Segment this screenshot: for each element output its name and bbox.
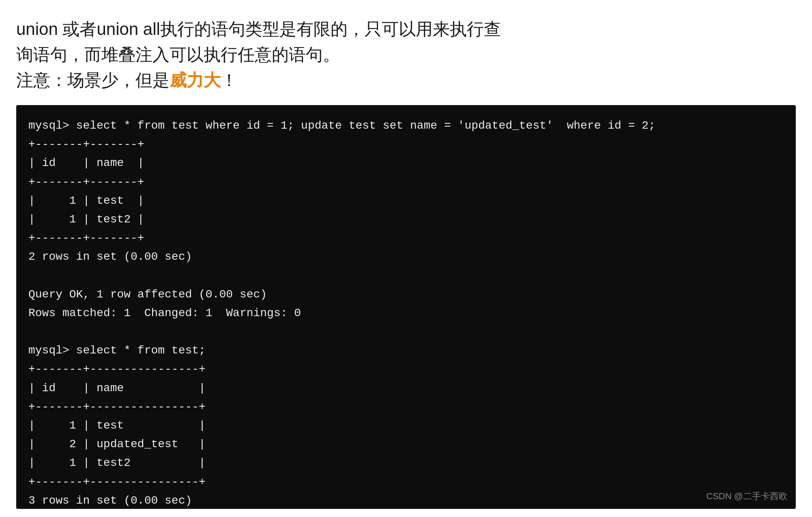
intro-highlight: 威力大: [170, 71, 221, 90]
intro-text: union 或者union all执行的语句类型是有限的，只可以用来执行查 询语…: [16, 16, 796, 93]
intro-line3-suffix: ！: [221, 71, 238, 90]
intro-line1: union 或者union all执行的语句类型是有限的，只可以用来执行查: [16, 19, 501, 39]
intro-line3-prefix: 注意：场景少，但是: [16, 71, 170, 90]
terminal-block: mysql> select * from test where id = 1; …: [16, 105, 796, 509]
terminal-content: mysql> select * from test where id = 1; …: [28, 116, 784, 509]
intro-line2: 询语句，而堆叠注入可以执行任意的语句。: [16, 45, 340, 64]
watermark: CSDN @二手卡西欧: [706, 489, 788, 503]
page-container: union 或者union all执行的语句类型是有限的，只可以用来执行查 询语…: [0, 0, 812, 517]
